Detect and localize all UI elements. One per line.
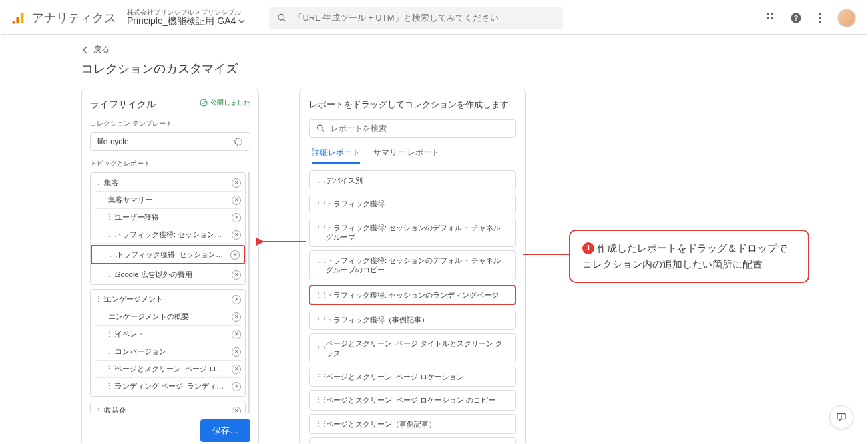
svg-line-17 bbox=[322, 130, 324, 132]
drag-handle-icon[interactable]: ⋮⋮ bbox=[315, 372, 322, 381]
svg-rect-7 bbox=[767, 17, 769, 19]
topic-head[interactable]: ⋮⋮収益化✕ bbox=[91, 403, 245, 413]
drag-handle-icon[interactable]: ⋮⋮ bbox=[315, 290, 322, 300]
feedback-button[interactable] bbox=[829, 405, 853, 429]
report-item[interactable]: ⋮⋮トラフィック獲得: セッションのランディングページ bbox=[309, 285, 516, 305]
drag-handle-icon[interactable]: ⋮⋮ bbox=[315, 344, 322, 353]
remove-button[interactable]: ✕ bbox=[232, 270, 241, 280]
ga-logo-icon bbox=[12, 11, 27, 25]
report-item[interactable]: ⋮⋮ランディング ページ: ランディング ページ bbox=[309, 437, 516, 443]
drag-handle-icon[interactable]: ⋮⋮ bbox=[107, 250, 114, 259]
topic-item[interactable]: ⋮⋮Google 広告以外の費用✕ bbox=[91, 266, 245, 283]
published-badge: 公開しました bbox=[200, 99, 250, 107]
reports-search-input[interactable] bbox=[331, 124, 509, 133]
report-item[interactable]: ⋮⋮トラフィック獲得（事例記事） bbox=[309, 310, 516, 330]
topic-item[interactable]: ⋮⋮ランディング ページ: ランディング…✕ bbox=[91, 378, 245, 395]
report-item[interactable]: ⋮⋮トラフィック獲得: セッションのデフォルト チャネル グループのコピー bbox=[309, 250, 516, 280]
topic-head[interactable]: ⋮⋮集客✕ bbox=[91, 174, 245, 191]
apps-icon[interactable] bbox=[765, 11, 779, 25]
drag-handle-icon[interactable]: ⋮⋮ bbox=[315, 395, 322, 405]
drag-handle-icon[interactable]: ⋮⋮ bbox=[105, 365, 112, 373]
drag-handle-icon[interactable]: ⋮⋮ bbox=[95, 295, 101, 304]
drag-handle-icon[interactable]: ⋮⋮ bbox=[315, 315, 322, 324]
drag-handle-icon[interactable]: ⋮⋮ bbox=[315, 176, 322, 185]
topic-group: ⋮⋮エンゲージメント✕エンゲージメントの概要✕⋮⋮イベント✕⋮⋮コンバージョン✕… bbox=[90, 289, 246, 397]
feedback-icon bbox=[836, 412, 847, 423]
remove-button[interactable]: ✕ bbox=[232, 365, 241, 374]
back-link[interactable]: 戻る bbox=[81, 44, 867, 55]
remove-button[interactable]: ✕ bbox=[230, 250, 240, 260]
reports-panel: レポートをドラッグしてコレクションを作成します 詳細レポート サマリー レポート… bbox=[299, 89, 526, 443]
search-input[interactable] bbox=[294, 13, 555, 23]
collection-panel: ライフサイクル 公開しました コレクション テンプレート life-cycle … bbox=[81, 89, 259, 443]
drag-handle-icon[interactable]: ⋮⋮ bbox=[105, 382, 112, 391]
drag-handle-icon[interactable]: ⋮⋮ bbox=[105, 230, 112, 239]
tab-summary-reports[interactable]: サマリー レポート bbox=[373, 147, 439, 164]
drag-handle-icon[interactable]: ⋮⋮ bbox=[95, 407, 101, 413]
drag-handle-icon[interactable]: ⋮⋮ bbox=[315, 223, 322, 232]
drag-handle-icon[interactable]: ⋮⋮ bbox=[315, 419, 322, 429]
remove-button[interactable]: ✕ bbox=[232, 295, 241, 304]
topic-item[interactable]: エンゲージメントの概要✕ bbox=[91, 308, 245, 325]
svg-rect-1 bbox=[16, 17, 19, 23]
drag-handle-icon[interactable]: ⋮⋮ bbox=[105, 347, 112, 356]
tab-detail-reports[interactable]: 詳細レポート bbox=[312, 147, 360, 164]
remove-button[interactable]: ✕ bbox=[232, 312, 241, 322]
topic-item[interactable]: ⋮⋮ページとスクリーン: ページ ロケー…✕ bbox=[91, 361, 245, 377]
topic-head[interactable]: ⋮⋮エンゲージメント✕ bbox=[91, 291, 245, 308]
topic-group: ⋮⋮集客✕集客サマリー✕⋮⋮ユーザー獲得✕⋮⋮トラフィック獲得: セッションのデ… bbox=[90, 172, 246, 285]
remove-button[interactable]: ✕ bbox=[232, 347, 241, 357]
avatar[interactable] bbox=[837, 9, 856, 27]
template-selector[interactable]: life-cycle bbox=[90, 132, 250, 151]
report-item[interactable]: ⋮⋮ページとスクリーン: ページ ロケーション のコピー bbox=[309, 390, 516, 410]
loading-icon bbox=[234, 137, 243, 146]
topic-item[interactable]: 集客サマリー✕ bbox=[91, 192, 245, 208]
search-bar[interactable] bbox=[269, 7, 563, 29]
svg-rect-5 bbox=[767, 13, 769, 15]
search-icon bbox=[316, 124, 325, 133]
remove-button[interactable]: ✕ bbox=[232, 196, 241, 205]
drag-handle-icon[interactable]: ⋮⋮ bbox=[105, 270, 112, 279]
drag-handle-icon[interactable]: ⋮⋮ bbox=[95, 178, 101, 187]
svg-point-13 bbox=[819, 21, 821, 23]
remove-button[interactable]: ✕ bbox=[232, 407, 241, 413]
topic-item[interactable]: ⋮⋮トラフィック獲得: セッションのラ…✕ bbox=[91, 245, 245, 264]
page-title: コレクションのカスタマイズ bbox=[81, 61, 867, 77]
report-item[interactable]: ⋮⋮ページとスクリーン: ページ ロケーション bbox=[309, 367, 516, 387]
arrow-left-icon bbox=[81, 46, 89, 54]
remove-button[interactable]: ✕ bbox=[232, 330, 241, 339]
more-icon[interactable] bbox=[813, 11, 827, 25]
header-actions: ? bbox=[765, 9, 856, 27]
svg-point-21 bbox=[841, 418, 842, 419]
remove-button[interactable]: ✕ bbox=[232, 382, 241, 391]
report-item[interactable]: ⋮⋮ページとスクリーン: ページ タイトルとスクリーン クラス bbox=[309, 333, 516, 363]
topic-item[interactable]: ⋮⋮ユーザー獲得✕ bbox=[91, 209, 245, 226]
reports-search[interactable] bbox=[309, 119, 516, 138]
topic-item[interactable]: ⋮⋮コンバージョン✕ bbox=[91, 343, 245, 360]
topic-item[interactable]: ⋮⋮トラフィック獲得: セッションのデ…✕ bbox=[91, 226, 245, 243]
report-item[interactable]: ⋮⋮トラフィック獲得 bbox=[309, 194, 516, 214]
drag-handle-icon[interactable]: ⋮⋮ bbox=[105, 330, 112, 339]
svg-line-4 bbox=[284, 19, 286, 21]
callout-text: 作成したレポートをドラッグ＆ドロップでコレクション内の追加したい箇所に配置 bbox=[582, 242, 787, 270]
report-item[interactable]: ⋮⋮デバイス別 bbox=[309, 170, 516, 190]
drag-handle-icon[interactable]: ⋮⋮ bbox=[315, 443, 322, 443]
svg-text:?: ? bbox=[794, 13, 798, 21]
drag-handle-icon[interactable]: ⋮⋮ bbox=[315, 256, 322, 265]
remove-button[interactable]: ✕ bbox=[232, 230, 241, 240]
property-name: Principle_機能検証用 GA4 bbox=[127, 16, 236, 26]
save-button[interactable]: 保存… bbox=[200, 419, 250, 442]
report-item[interactable]: ⋮⋮トラフィック獲得: セッションのデフォルト チャネル グループ bbox=[309, 218, 516, 248]
svg-point-3 bbox=[278, 14, 284, 20]
topic-item[interactable]: ⋮⋮イベント✕ bbox=[91, 326, 245, 343]
svg-rect-0 bbox=[21, 12, 24, 23]
report-item[interactable]: ⋮⋮ページとスクリーン（事例記事） bbox=[309, 414, 516, 434]
callout-number: 1 bbox=[582, 242, 594, 254]
property-selector[interactable]: 株式会社プリンシプル > プリンシプル Principle_機能検証用 GA4 bbox=[127, 9, 245, 26]
drag-handle-icon[interactable]: ⋮⋮ bbox=[315, 199, 322, 208]
help-icon[interactable]: ? bbox=[789, 11, 803, 25]
remove-button[interactable]: ✕ bbox=[232, 213, 241, 222]
drag-handle-icon[interactable]: ⋮⋮ bbox=[105, 213, 112, 222]
topic-group: ⋮⋮収益化✕ bbox=[90, 401, 246, 413]
remove-button[interactable]: ✕ bbox=[232, 178, 241, 188]
